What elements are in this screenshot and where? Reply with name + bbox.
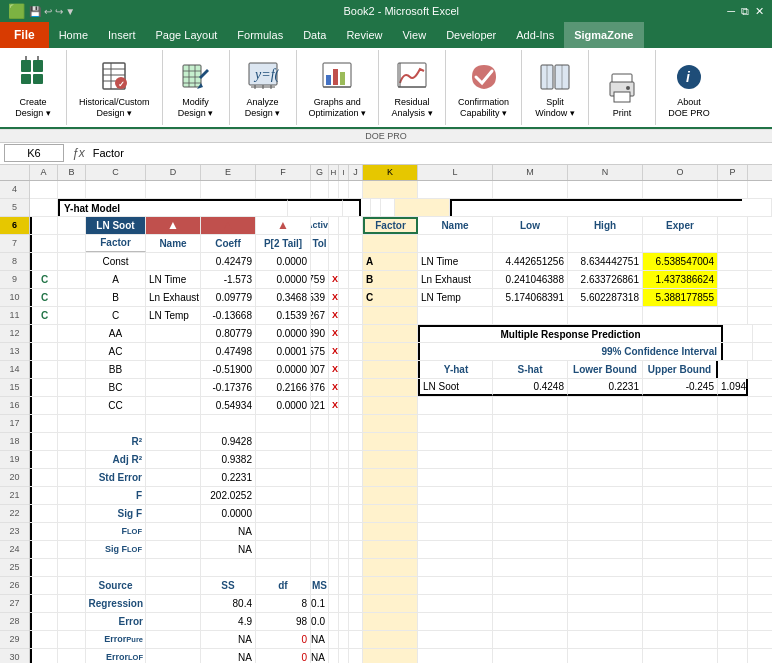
cell-k7[interactable] [363,235,418,252]
cell-k20[interactable] [363,469,418,486]
cell-a9-c[interactable]: C [30,271,58,288]
col-header-o[interactable]: O [643,165,718,180]
cell-i27[interactable] [339,595,349,612]
cell-p9[interactable] [718,271,748,288]
cell-m22[interactable] [493,505,568,522]
cell-regression-label[interactable]: Regression [86,595,146,612]
cell-p27[interactable] [718,595,748,612]
cell-a13[interactable] [30,343,58,360]
cell-d23[interactable] [146,523,201,540]
cell-active-x-aa[interactable]: X [329,325,339,342]
cell-h4[interactable] [329,181,339,198]
cell-f25[interactable] [256,559,311,576]
cell-a17[interactable] [30,415,58,432]
cell-active-x-bb[interactable]: X [329,361,339,378]
print-button[interactable]: Print [597,70,647,121]
cell-h20[interactable] [329,469,339,486]
cell-l30[interactable] [418,649,493,663]
cell-ub-hdr[interactable]: Upper Bound [643,361,718,378]
cell-i16[interactable] [339,397,349,414]
row-num-14[interactable]: 14 [0,361,29,379]
cell-a5[interactable] [30,199,58,216]
cell-g23[interactable] [311,523,329,540]
cell-b24[interactable] [58,541,86,558]
cell-b27[interactable] [58,595,86,612]
cell-k18[interactable] [363,433,418,450]
cell-errorpure-df[interactable]: 0 [256,631,311,648]
cell-l8-name[interactable]: LN Time [418,253,493,270]
cell-ss-hdr[interactable]: SS [201,577,256,594]
cell-k21[interactable] [363,487,418,504]
cell-i11[interactable] [339,307,349,324]
cell-j28[interactable] [349,613,363,630]
cell-r2-label[interactable]: R² [86,433,146,450]
cell-tol-cc[interactable]: 0.7021 [311,397,329,414]
cell-a26[interactable] [30,577,58,594]
cell-factor-a[interactable]: A [86,271,146,288]
cell-sigflof-label[interactable]: Sig FLOF [86,541,146,558]
tab-review[interactable]: Review [336,22,392,48]
cell-regression-ss[interactable]: 80.4 [201,595,256,612]
cell-a19[interactable] [30,451,58,468]
cell-l26[interactable] [418,577,493,594]
cell-i6[interactable] [339,217,349,234]
cell-f5[interactable] [288,199,343,216]
cell-ln-soot-pred-label[interactable]: LN Soot [418,379,493,396]
cell-name-b[interactable]: Ln Exhaust [146,289,201,306]
split-window-button[interactable]: SplitWindow ▾ [530,59,580,121]
cell-pred-ci-header[interactable]: 99% Confidence Interval [418,343,723,360]
row-num-23[interactable]: 23 [0,523,29,541]
cell-coeff-bb[interactable]: -0.51900 [201,361,256,378]
cell-h6[interactable] [329,217,339,234]
cell-d25[interactable] [146,559,201,576]
cell-a20[interactable] [30,469,58,486]
cell-p2tail-aa[interactable]: 0.0000 [256,325,311,342]
cell-d22[interactable] [146,505,201,522]
cell-m23[interactable] [493,523,568,540]
cell-p16[interactable] [718,397,748,414]
col-header-g[interactable]: G [311,165,329,180]
cell-o19[interactable] [643,451,718,468]
cell-factor-c[interactable]: C [86,307,146,324]
cell-j22[interactable] [349,505,363,522]
about-button[interactable]: i AboutDOE PRO [664,59,714,121]
cell-n11[interactable] [568,307,643,324]
cell-p19[interactable] [718,451,748,468]
cell-o27[interactable] [643,595,718,612]
cell-yhat-hdr[interactable]: Y-hat [418,361,493,378]
cell-m9[interactable]: 0.241046388 [493,271,568,288]
cell-j11[interactable] [349,307,363,324]
cell-i5[interactable] [371,199,381,216]
cell-lb-hdr[interactable]: Lower Bound [568,361,643,378]
cell-f24[interactable] [256,541,311,558]
cell-b18[interactable] [58,433,86,450]
cell-b8[interactable] [58,253,86,270]
create-design-button[interactable]: CreateDesign ▾ [8,54,58,121]
cell-triangle-e6[interactable]: ▲ [201,217,256,234]
cell-g4[interactable] [311,181,329,198]
cell-o30[interactable] [643,649,718,663]
cell-l16[interactable] [418,397,493,414]
cell-a21[interactable] [30,487,58,504]
cell-m16[interactable] [493,397,568,414]
cell-k22[interactable] [363,505,418,522]
cell-n21[interactable] [568,487,643,504]
cell-b9[interactable] [58,271,86,288]
col-header-m[interactable]: M [493,165,568,180]
cell-i13[interactable] [339,343,349,360]
row-num-27[interactable]: 27 [0,595,29,613]
cell-b29[interactable] [58,631,86,648]
cell-active-x-b[interactable]: X [329,289,339,306]
cell-tol-b[interactable]: 0.4539 [311,289,329,306]
cell-d26[interactable] [146,577,201,594]
cell-errorlof-ms[interactable]: NA [311,649,329,663]
historical-design-button[interactable]: ✓ Historical/CustomDesign ▾ [75,59,154,121]
cell-o29[interactable] [643,631,718,648]
cell-reference-input[interactable] [4,144,64,162]
cell-i8[interactable] [339,253,349,270]
cell-i20[interactable] [339,469,349,486]
cell-o23[interactable] [643,523,718,540]
cell-active-g6[interactable]: Active [311,217,329,234]
cell-i19[interactable] [339,451,349,468]
cell-c4[interactable] [86,181,146,198]
